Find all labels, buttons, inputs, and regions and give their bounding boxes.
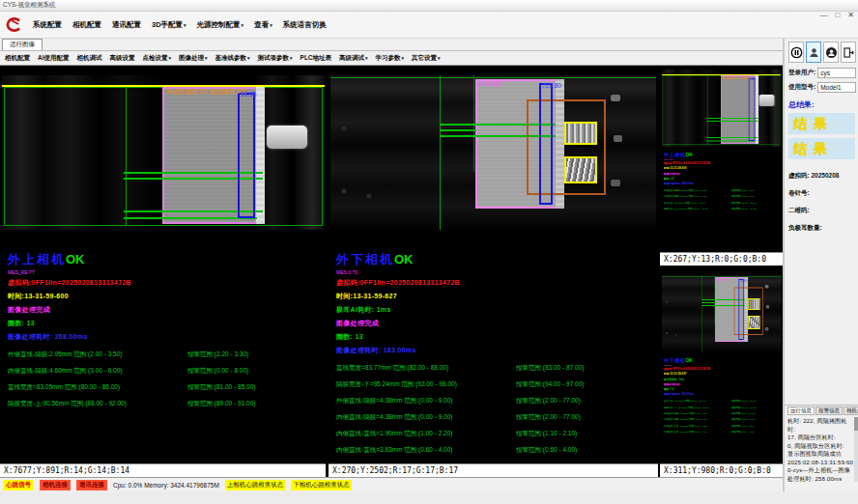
menu-view[interactable]: 查看▾ [254, 20, 272, 30]
close-button[interactable]: ✕ [847, 11, 854, 19]
measurement-row: 直线宽度=83.05mm 范围:(80.00 - 86.00)报警范围:(81.… [8, 383, 323, 392]
measurement-list: 直线宽度=83.77mm 范围:(82.00 - 88.00)报警范围:(83.… [336, 364, 655, 455]
measurement-list: 直线宽度=83.77mm 范围:(82.00 - 88.00)报警范围:(83.… [664, 400, 783, 434]
menu-comm-config[interactable]: 通讯配置 [112, 20, 141, 30]
log-tab-camera[interactable]: 相机信息 [844, 406, 858, 415]
machine-knob [614, 135, 622, 142]
blue-measure-value: 720.80 [542, 82, 561, 89]
menu-bar: 系统配置 相机配置 通讯配置 3D手配置▾ 光源控制配置▾ 查看▾ 系统语言切换 [0, 12, 858, 39]
lower-thumbnail-overlay: 外下相机OK MES:0:T0 虚拟码:0FF1Iin=202502081331… [664, 357, 783, 434]
menu-system-config[interactable]: 系统配置 [33, 20, 62, 30]
lower-camera-thumbnail[interactable]: AI检测区 720.80 [662, 275, 782, 352]
processing-done: 图像处理完成 [8, 305, 323, 315]
ai-threshold-label: AI动态阈值:93, 动态阈值:100 [723, 76, 753, 81]
tab-strip: 运行图像 [0, 39, 783, 51]
camera-result-title: 外下相机OK [336, 251, 655, 268]
log-scrollbar[interactable] [854, 417, 858, 482]
turn-count: 圈数: 13 [336, 332, 655, 342]
person-icon [808, 46, 820, 59]
chevron-down-icon: ▾ [205, 55, 208, 61]
camera-result-title: 外下相机OK [664, 357, 783, 364]
tool-advanced-debug[interactable]: 高级调试▾ [339, 54, 368, 63]
turn-count: 圈数: 13 [664, 177, 783, 181]
model-field: 使用型号:Model1 [788, 82, 856, 93]
app-window: CYS-视觉检测系统 — □ ✕ 系统配置 相机配置 通讯配置 3D手配置▾ 光… [0, 0, 858, 504]
tool-baseline-params[interactable]: 基准线参数▾ [215, 54, 250, 63]
tool-image-processing[interactable]: 图像处理▾ [179, 54, 208, 63]
log-tab-run[interactable]: 运行信息 [787, 406, 815, 415]
minimize-button[interactable]: — [819, 11, 827, 19]
measurement-row: 内侧直线-隔膜=4.38mm 范围:(0.00 - 9.00)报警范围:(2.0… [336, 413, 655, 422]
toolbar: 相机配置 AI使用配置 相机调试 高级设置 点检设置▾ 图像处理▾ 基准线参数▾… [0, 51, 783, 66]
measurement-row: 内侧直线-隔膜:4.60mm 范围:(3.00 - 6.00)报警范围:(0.0… [664, 195, 783, 198]
upper-camera-image[interactable]: AI动态阈值:93, 动态阈值:100 93.68 [2, 75, 325, 230]
camera-link-badge: 相机连接 [40, 480, 71, 490]
processing-time: 图像处理耗时: 268.00ms [8, 332, 323, 342]
menu-language-switch[interactable]: 系统语言切换 [283, 20, 327, 30]
menu-light-config[interactable]: 光源控制配置▾ [197, 20, 244, 30]
blue-measure-rect [539, 83, 553, 205]
chevron-down-icon: ▾ [438, 55, 441, 61]
maximize-button[interactable]: □ [835, 11, 840, 19]
virtual-code: 虚拟码:0FF1Iin=2025020813313472B [664, 368, 783, 372]
chevron-down-icon: ▾ [290, 55, 293, 61]
menu-camera-config[interactable]: 相机配置 [72, 20, 101, 30]
virtual-code: 虚拟码:0FF1Iin=2025020813313472B [8, 278, 323, 288]
tool-ai-config[interactable]: AI使用配置 [38, 54, 70, 63]
tool-spot-check[interactable]: 点检设置▾ [143, 54, 172, 63]
model-input[interactable]: Model1 [817, 82, 856, 93]
processing-done: 图像处理完成 [664, 382, 783, 386]
chevron-down-icon: ▾ [247, 55, 250, 61]
lower-camera-panel: AI检测区 720.80 [329, 66, 658, 477]
yellow-tab-box [748, 316, 760, 329]
tab-count-label: 负极耳数量: [788, 224, 856, 233]
measurement-list: 外侧直线-隔膜:2.95mm 范围:(2.00 - 3.50)报警范围:(2.2… [8, 350, 323, 408]
camera-result-title: 外上相机OK [664, 152, 783, 158]
mes-status: MES:0:T0 [664, 364, 783, 366]
measurement-row: 隔膜宽度-下=95.24mm 范围:(92.00 - 98.00)报警范围:(9… [664, 406, 783, 408]
menu-3d-config[interactable]: 3D手配置▾ [152, 20, 186, 30]
chevron-down-icon: ▾ [270, 22, 272, 28]
green-vertical-line [440, 75, 441, 230]
pause-button[interactable] [788, 42, 804, 63]
ai-region-label: AI检测区 [716, 278, 725, 283]
upper-camera-thumbnail[interactable]: AI动态阈值:93, 动态阈值:100 93.68 [662, 70, 781, 147]
tool-camera-debug[interactable]: 相机调试 [77, 54, 102, 63]
chevron-down-icon: ▾ [169, 55, 172, 61]
tool-advanced-settings[interactable]: 高级设置 [110, 54, 135, 63]
coordinate-bar: X:267;Y:13;R:0;G:0;B:0 [660, 252, 783, 266]
log-tab-alarm[interactable]: 报警信息 [815, 406, 843, 415]
tool-plc-address[interactable]: PLC地址表 [300, 54, 332, 63]
user-button[interactable] [806, 42, 821, 63]
mes-status: MES_RE:TT [8, 269, 323, 275]
login-user-input[interactable]: cys [817, 68, 856, 78]
tool-test-params[interactable]: 测试项参数▾ [258, 54, 293, 63]
heartbeat-badge: 心跳信号 [3, 480, 34, 490]
operator-button[interactable] [823, 42, 839, 63]
cpu-memory-text: Cpu: 0.0% Memory: 3424.41796875M [113, 482, 219, 489]
log-tabs: 运行信息 报警信息 相机信息 [787, 406, 853, 415]
lower-camera-image[interactable]: AI检测区 720.80 [330, 75, 656, 230]
tool-camera-config[interactable]: 相机配置 [5, 54, 30, 63]
coordinate-bar: X:311;Y:980;R:0;G:0;B:0 [660, 463, 783, 477]
qr-code-label: 二维码: [788, 207, 856, 215]
measurement-row: 直线宽度=83.77mm 范围:(82.00 - 88.00)报警范围:(83.… [664, 400, 783, 403]
tab-run-image[interactable]: 运行图像 [2, 39, 43, 50]
measurement-row: 外侧直线-隔膜=4.38mm 范围:(0.00 - 9.00)报警范围:(2.0… [664, 412, 783, 415]
ai-threshold-label: AI动态阈值:93, 动态阈值:100 [166, 88, 246, 97]
virtual-code: 虚拟码:0FF1Iin=2025020813313472B [336, 278, 655, 288]
green-measure-line [440, 129, 476, 131]
virtual-code: 虚拟码:0FF1Iin=2025020813313472B [664, 162, 783, 166]
virtual-code-line: 虚拟码: 20250208 [788, 172, 856, 181]
coordinate-bar: X:7677;Y:891;R:14;G:14;B:14 [0, 463, 326, 477]
comm-link-badge: 通讯连接 [76, 480, 107, 490]
tool-other-settings[interactable]: 其它设置▾ [412, 54, 441, 63]
processing-done: 图像处理完成 [664, 172, 783, 176]
exit-button[interactable] [841, 42, 856, 63]
bottom-filler [0, 491, 858, 504]
green-vertical-line [126, 87, 127, 226]
processing-done: 图像处理完成 [336, 319, 655, 328]
machine-knob [765, 285, 769, 289]
tool-learning-params[interactable]: 学习参数▾ [376, 54, 405, 63]
result-box-upper: 结果 [788, 113, 855, 134]
